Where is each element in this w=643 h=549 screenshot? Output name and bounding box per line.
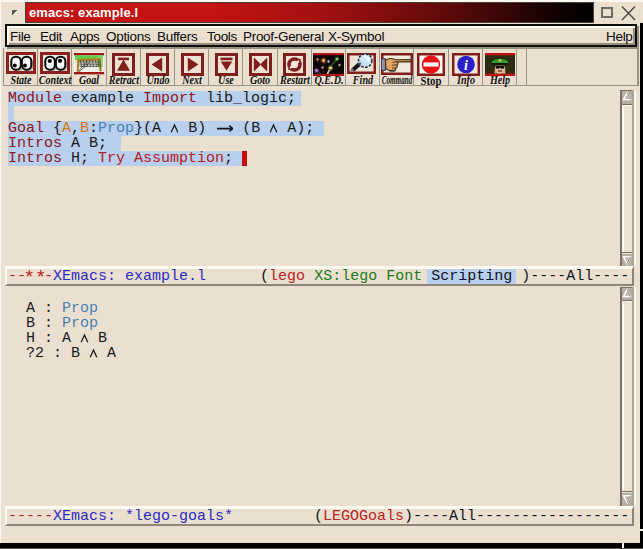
svg-text:i: i: [464, 58, 468, 73]
